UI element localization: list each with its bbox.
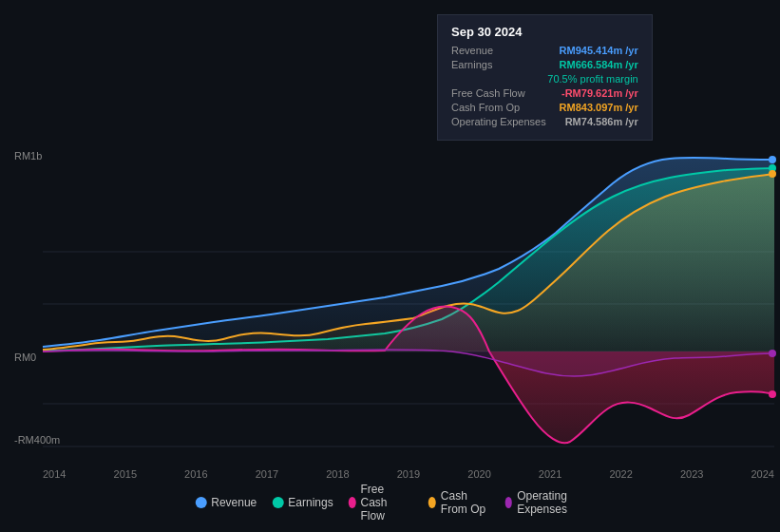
legend-opex-label: Operating Expenses <box>517 489 585 516</box>
legend-revenue[interactable]: Revenue <box>195 496 257 509</box>
svg-point-5 <box>769 156 776 163</box>
tooltip-revenue: Revenue RM945.414m /yr <box>451 45 638 56</box>
chart-legend: Revenue Earnings Free Cash Flow Cash Fro… <box>195 483 585 522</box>
tooltip-margin-value: 70.5% profit margin <box>547 73 637 85</box>
svg-point-9 <box>769 350 776 357</box>
legend-revenue-label: Revenue <box>211 496 257 509</box>
legend-revenue-dot <box>195 497 206 508</box>
x-label-2017: 2017 <box>256 468 278 480</box>
tooltip-earnings-label: Earnings <box>451 59 492 70</box>
legend-earnings-dot <box>272 497 283 508</box>
tooltip-opex-label: Operating Expenses <box>451 116 546 127</box>
tooltip-opex-value: RM74.586m /yr <box>565 116 638 127</box>
tooltip-cashop-value: RM843.097m /yr <box>560 102 638 113</box>
x-label-2014: 2014 <box>43 468 66 480</box>
tooltip-cashop: Cash From Op RM843.097m /yr <box>451 102 638 113</box>
x-label-2019: 2019 <box>397 468 420 480</box>
tooltip-earnings-value: RM666.584m /yr <box>560 59 638 70</box>
tooltip-panel: Sep 30 2024 Revenue RM945.414m /yr Earni… <box>437 14 653 141</box>
x-label-2016: 2016 <box>184 468 207 480</box>
x-label-2021: 2021 <box>539 468 561 480</box>
tooltip-revenue-label: Revenue <box>451 45 493 56</box>
legend-cashop[interactable]: Cash From Op <box>428 489 489 516</box>
y-label-zero: RM0 <box>14 352 36 363</box>
legend-opex-dot <box>504 497 512 508</box>
x-axis: 2014 2015 2016 2017 2018 2019 2020 2021 … <box>43 468 774 480</box>
x-label-2022: 2022 <box>609 468 632 480</box>
x-label-2020: 2020 <box>467 468 490 480</box>
x-label-2015: 2015 <box>114 468 137 480</box>
legend-cashop-label: Cash From Op <box>441 489 489 516</box>
tooltip-opex: Operating Expenses RM74.586m /yr <box>451 116 638 127</box>
legend-earnings-label: Earnings <box>288 496 333 509</box>
tooltip-revenue-value: RM945.414m /yr <box>560 45 638 56</box>
legend-opex[interactable]: Operating Expenses <box>504 489 584 516</box>
legend-earnings[interactable]: Earnings <box>272 496 333 509</box>
legend-fcf[interactable]: Free Cash Flow <box>349 483 413 522</box>
tooltip-fcf-label: Free Cash Flow <box>451 87 525 99</box>
legend-fcf-label: Free Cash Flow <box>361 483 413 522</box>
svg-point-7 <box>769 170 776 178</box>
tooltip-fcf: Free Cash Flow -RM79.621m /yr <box>451 87 638 99</box>
y-label-top: RM1b <box>14 150 42 162</box>
chart-svg <box>43 157 774 451</box>
legend-fcf-dot <box>349 497 356 508</box>
x-label-2023: 2023 <box>680 468 703 480</box>
tooltip-cashop-label: Cash From Op <box>451 102 520 113</box>
chart-area <box>43 157 774 451</box>
legend-cashop-dot <box>428 497 436 508</box>
svg-point-8 <box>769 390 776 398</box>
tooltip-fcf-value: -RM79.621m /yr <box>561 87 638 99</box>
tooltip-date: Sep 30 2024 <box>451 25 638 39</box>
x-label-2018: 2018 <box>326 468 349 480</box>
tooltip-earnings: Earnings RM666.584m /yr <box>451 59 638 70</box>
tooltip-margin: 70.5% profit margin <box>451 73 638 85</box>
x-label-2024: 2024 <box>751 468 773 480</box>
